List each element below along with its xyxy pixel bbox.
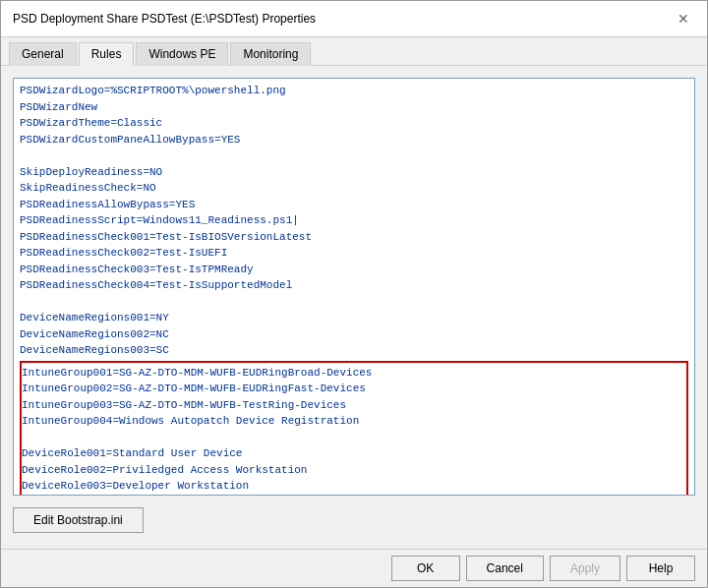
text-line11: PSDReadinessCheck002=Test-IsUEFI (20, 247, 227, 259)
text-line13: PSDReadinessCheck004=Test-IsSupportedMod… (20, 279, 292, 291)
help-button[interactable]: Help (626, 556, 695, 581)
close-button[interactable]: ✕ (672, 9, 695, 29)
text-line16: DeviceNameRegions002=NC (20, 328, 169, 340)
text-line9: PSDReadinessScript=Windows11_Readiness.p… (20, 214, 299, 226)
text-line2: PSDWizardNew (20, 101, 97, 113)
text-line3: PSDWizardTheme=Classic (20, 117, 162, 129)
tab-rules[interactable]: Rules (79, 42, 135, 66)
tab-windowspe[interactable]: Windows PE (136, 42, 228, 66)
text-line6: SkipDeployReadiness=NO (20, 166, 162, 178)
footer-row: OK Cancel Apply Help (1, 549, 707, 587)
text-line15: DeviceNameRegions001=NY (20, 312, 169, 323)
text-line7: SkipReadinessCheck=NO (20, 182, 156, 194)
highlight-h5 (22, 432, 29, 443)
properties-window: PSD Deployment Share PSDTest (E:\PSDTest… (0, 0, 708, 588)
window-title: PSD Deployment Share PSDTest (E:\PSDTest… (13, 12, 316, 26)
tab-content: PSDWizardLogo=%SCRIPTROOT%\powershell.pn… (1, 66, 707, 549)
text-line10: PSDReadinessCheck001=Test-IsBIOSVersionL… (20, 231, 312, 243)
tab-general[interactable]: General (9, 42, 77, 66)
tab-monitoring[interactable]: Monitoring (230, 42, 311, 66)
action-buttons-row: Edit Bootstrap.ini (13, 503, 695, 537)
text-line14 (20, 296, 27, 308)
cancel-button[interactable]: Cancel (466, 556, 544, 581)
highlight-h8: DeviceRole003=Developer Workstation (22, 480, 249, 492)
title-bar: PSD Deployment Share PSDTest (E:\PSDTest… (1, 1, 707, 37)
highlight-h3: IntuneGroup003=SG-AZ-DTO-MDM-WUFB-TestRi… (22, 399, 346, 411)
highlight-h7: DeviceRole002=Priviledged Access Worksta… (22, 464, 307, 476)
rules-content: PSDWizardLogo=%SCRIPTROOT%\powershell.pn… (14, 79, 694, 495)
highlight-h2: IntuneGroup002=SG-AZ-DTO-MDM-WUFB-EUDRin… (22, 382, 366, 394)
text-line8: PSDReadinessAllowBypass=YES (20, 199, 195, 210)
ok-button[interactable]: OK (391, 556, 460, 581)
highlight-h4: IntuneGroup004=Windows Autopatch Device … (22, 415, 359, 427)
text-line17: DeviceNameRegions003=SC (20, 344, 169, 356)
text-line4: PSDWizardCustomPaneAllowBypass=YES (20, 134, 240, 146)
tabs-bar: General Rules Windows PE Monitoring (1, 37, 707, 66)
highlighted-block: IntuneGroup001=SG-AZ-DTO-MDM-WUFB-EUDRin… (20, 361, 688, 496)
text-line5 (20, 149, 27, 161)
rules-text-area[interactable]: PSDWizardLogo=%SCRIPTROOT%\powershell.pn… (13, 78, 695, 496)
text-line1: PSDWizardLogo=%SCRIPTROOT%\powershell.pn… (20, 85, 286, 96)
apply-button[interactable]: Apply (550, 556, 620, 581)
edit-bootstrap-button[interactable]: Edit Bootstrap.ini (13, 507, 144, 533)
highlight-h6: DeviceRole001=Standard User Device (22, 447, 242, 459)
text-line12: PSDReadinessCheck003=Test-IsTPMReady (20, 264, 254, 275)
highlight-h1: IntuneGroup001=SG-AZ-DTO-MDM-WUFB-EUDRin… (22, 367, 372, 379)
